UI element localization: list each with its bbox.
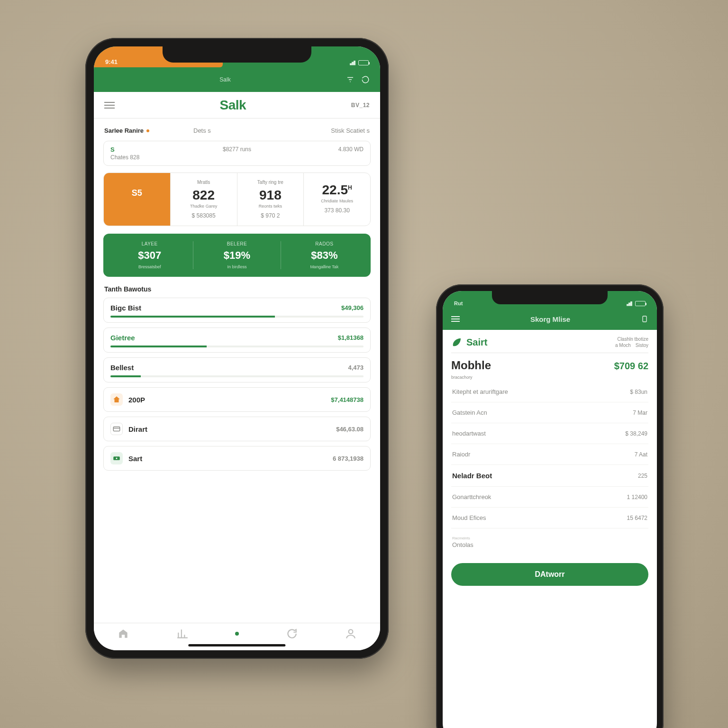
account-name: Mobhle xyxy=(451,359,491,372)
detail-content: Sairt Clashln tbotize a Moch Sistoy Mobh… xyxy=(443,330,657,586)
list-header: Tanth Bawotus xyxy=(104,285,370,293)
metrics-panel: LAYEE $307 Bressatsbef BELERE $19% In bi… xyxy=(103,234,371,277)
svg-rect-4 xyxy=(643,316,646,322)
nav-stats-icon[interactable] xyxy=(176,628,189,640)
detail-row[interactable]: Kitepht et aruriftgare $ 83un xyxy=(451,382,648,402)
svg-rect-0 xyxy=(113,427,120,431)
app-header: Salk xyxy=(94,67,380,92)
list-item[interactable]: Gietree $1,81368 xyxy=(103,328,371,353)
progress-bar xyxy=(110,375,364,377)
home-indicator[interactable] xyxy=(188,644,285,646)
main-content: Sarlee Ranire Dets s Stisk Scatiet s SCh… xyxy=(94,118,380,471)
summary-strip[interactable]: SChates 828 $8277 runs 4.830 WD xyxy=(103,141,371,166)
icon-row[interactable]: 200P $7,4148738 xyxy=(103,387,371,412)
device-notch xyxy=(492,291,608,304)
nav-code: BV_12 xyxy=(351,102,370,109)
icon-row-name: 200P xyxy=(128,396,145,404)
stat-card-2[interactable]: Tafty ring tre 918 Reonts twks $ 970 2 xyxy=(237,173,304,226)
header-label: Salk xyxy=(219,76,230,83)
cash-icon xyxy=(110,452,123,464)
doc-icon[interactable] xyxy=(641,315,648,323)
status-left: Rut xyxy=(454,300,463,306)
stat-card-1[interactable]: Mratls 822 Thadke Garey $ 583085 xyxy=(170,173,237,226)
metric-1[interactable]: LAYEE $307 Bressatsbef xyxy=(106,241,193,269)
account-main: Mobhle $709 62 xyxy=(451,359,648,372)
section-tabs: Sarlee Ranire Dets s Stisk Scatiet s xyxy=(103,125,371,136)
brand-name: Sairt xyxy=(466,337,487,348)
progress-bar xyxy=(110,316,364,318)
summary-right: 4.830 WD xyxy=(338,146,364,153)
signal-icon xyxy=(348,61,355,65)
phone-device-small: Rut Skorg Mlise xyxy=(436,284,664,728)
account-value: $709 62 xyxy=(614,361,648,372)
menu-icon[interactable] xyxy=(451,316,460,322)
stat-card-accent[interactable]: S5 xyxy=(104,173,170,226)
primary-button[interactable]: DAtworr xyxy=(451,563,648,586)
list-item-value: $1,81368 xyxy=(338,334,364,341)
phone-device-large: 9:41 Salk xyxy=(85,38,389,659)
tab-1[interactable]: Sarlee Ranire xyxy=(103,125,192,136)
card-icon xyxy=(110,423,123,435)
account-sub: bracachory xyxy=(451,375,648,380)
stat-card-3[interactable]: 22.5H Chridiate Maules 373 80.30 xyxy=(303,173,370,226)
page-title: Skorg Mlise xyxy=(460,315,641,323)
leaf-icon xyxy=(451,337,463,348)
list-item-name: Bellest xyxy=(110,364,134,372)
icon-row[interactable]: Dirart $46,63.08 xyxy=(103,417,371,441)
status-time: 9:41 xyxy=(105,58,118,65)
tab-3[interactable]: Stisk Scatiet s xyxy=(282,125,371,136)
main-nav: Salk BV_12 xyxy=(94,92,380,118)
tab-2[interactable]: Dets s xyxy=(192,125,282,136)
detail-row[interactable]: heodartwast $ 38,249 xyxy=(451,423,648,444)
metric-3[interactable]: RADOS $83% Mangalline Tak xyxy=(281,241,368,269)
device-notch xyxy=(163,46,311,63)
svg-point-3 xyxy=(348,629,353,634)
detail-row[interactable]: Gonarttchreok 1 12400 xyxy=(451,487,648,508)
filter-icon[interactable] xyxy=(346,75,355,84)
tab-dot-icon xyxy=(146,129,149,132)
list-item-value: 4,473 xyxy=(348,364,364,371)
icon-row-name: Dirart xyxy=(128,425,147,433)
progress-bar xyxy=(110,346,364,347)
brand-row: Sairt Clashln tbotize a Moch Sistoy xyxy=(451,337,648,348)
detail-row[interactable]: Neladr Beot 225 xyxy=(451,465,648,487)
list-item-name: Bigc Bist xyxy=(110,304,141,312)
metric-2[interactable]: BELERE $19% In birdless xyxy=(193,241,280,269)
summary-left-icon: S xyxy=(110,146,191,153)
detail-row[interactable]: Moud Efices 15 6472 xyxy=(451,508,648,528)
nav-home-icon[interactable] xyxy=(117,628,129,640)
battery-icon xyxy=(635,301,646,306)
battery-icon xyxy=(358,60,369,65)
detail-row[interactable]: Gatstein Acn 7 Mar xyxy=(451,402,648,423)
page-header: Skorg Mlise xyxy=(443,308,657,330)
menu-icon[interactable] xyxy=(104,102,115,109)
icon-row-value: $46,63.08 xyxy=(336,426,364,433)
brand-sub: Clashln tbotize xyxy=(615,337,648,342)
nav-chat-icon[interactable] xyxy=(285,628,298,640)
list-item-name: Gietree xyxy=(110,334,135,342)
status-indicators xyxy=(625,301,646,306)
nav-active-dot-icon[interactable] xyxy=(235,632,239,636)
divider xyxy=(451,353,648,353)
icon-row-value: 6 873,1938 xyxy=(333,455,364,462)
list-item[interactable]: Bellest 4,473 xyxy=(103,357,371,382)
signal-icon xyxy=(625,301,632,306)
icon-row-name: Sart xyxy=(128,455,142,463)
house-icon xyxy=(110,393,123,406)
brand-meta-1: a Moch xyxy=(615,343,631,348)
stat-cards: S5 Mratls 822 Thadke Garey $ 583085 Taft… xyxy=(103,173,371,226)
brand-meta-2: Sistoy xyxy=(636,343,648,348)
summary-mid: $8277 runs xyxy=(223,146,251,153)
summary-left-label: Chates 828 xyxy=(110,154,139,161)
list-item[interactable]: Bigc Bist $49,306 xyxy=(103,298,371,323)
icon-row-value: $7,4148738 xyxy=(331,396,364,403)
refresh-icon[interactable] xyxy=(361,75,370,84)
detail-row[interactable]: Raiodr 7 Aat xyxy=(451,444,648,465)
list-item-value: $49,306 xyxy=(341,304,364,311)
detail-row[interactable]: Racmeints Ontolas xyxy=(451,528,648,555)
svg-point-2 xyxy=(116,458,118,459)
nav-profile-icon[interactable] xyxy=(345,628,357,640)
status-indicators xyxy=(348,60,369,65)
app-logo[interactable]: Salk xyxy=(220,98,246,113)
icon-row[interactable]: Sart 6 873,1938 xyxy=(103,446,371,471)
